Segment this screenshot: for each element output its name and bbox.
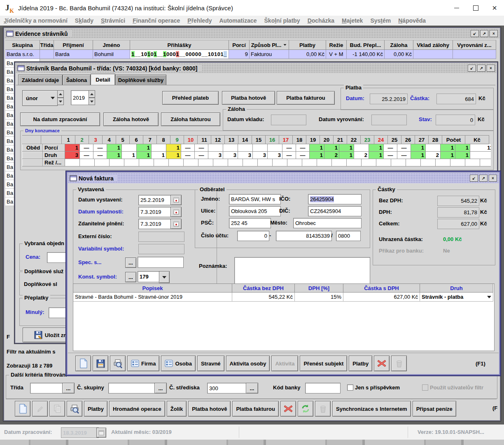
day-cell-porci-11[interactable]: [208, 144, 223, 152]
menu-item-3[interactable]: Strávníci: [97, 17, 129, 24]
menu-item-11[interactable]: Nápověda: [394, 17, 429, 24]
evidence-cell-platby[interactable]: 0,00 Kč: [289, 50, 326, 59]
ucet-banka-input[interactable]: 0800: [336, 231, 361, 241]
day-cell-porci-16[interactable]: —: [282, 144, 296, 152]
evidence-cell-zpusob[interactable]: Fakturou: [250, 50, 289, 59]
skupiny-picker-button[interactable]: ...: [154, 383, 167, 393]
day-cell-porci-2[interactable]: —: [80, 144, 93, 152]
delete-button[interactable]: [374, 356, 390, 371]
day-cell-rez-5[interactable]: [124, 159, 139, 166]
day-cell-druh-12[interactable]: 3: [223, 152, 238, 159]
day-cell-porci-28[interactable]: 1: [455, 144, 470, 152]
day-cell-porci-23[interactable]: —: [384, 144, 397, 152]
day-cell-druh-21[interactable]: 2: [354, 152, 369, 159]
day-cell-rez-7[interactable]: [154, 159, 169, 166]
day-cell-druh-1[interactable]: 3: [65, 152, 80, 159]
konst-symbol-picker-button[interactable]: ...: [125, 272, 136, 282]
column-header-rezie[interactable]: Režie: [326, 40, 347, 50]
synchronizace-button[interactable]: Synchronizace s Internetem: [332, 401, 411, 417]
day-cell-rez-9[interactable]: [184, 159, 198, 166]
datum-vystaveni-input[interactable]: 25.2.2019: [138, 195, 173, 205]
tab-sablona[interactable]: Šablona: [63, 75, 91, 86]
stravne-button[interactable]: Stravné: [197, 356, 224, 371]
spec-symbol-picker-button[interactable]: ...: [125, 258, 136, 268]
dic-input[interactable]: CZ26425904: [308, 206, 362, 216]
day-cell-druh-4[interactable]: 1: [107, 152, 122, 159]
menu-item-8[interactable]: Docházka: [304, 17, 338, 24]
day-cell-rez-21[interactable]: [362, 159, 376, 166]
day-cell-rez-16[interactable]: [287, 159, 302, 166]
new-button[interactable]: [15, 401, 30, 417]
day-cell-rez-3[interactable]: [95, 159, 110, 166]
menu-item-2[interactable]: Sklady: [71, 17, 97, 24]
day-cell-druh-5[interactable]: 1: [122, 152, 137, 159]
ucet-cislo-input[interactable]: 81435339: [276, 231, 332, 241]
day-cell-rez-4[interactable]: [110, 159, 124, 166]
day-cell-rez-22[interactable]: [376, 159, 391, 166]
prehled-plateb-button[interactable]: Přehled plateb: [162, 91, 219, 105]
day-cell-rez-1[interactable]: [65, 159, 80, 166]
menu-item-7[interactable]: Školní platby: [261, 17, 304, 24]
invoice-column-3[interactable]: DPH [%]: [295, 284, 343, 293]
column-header-vyrovnani[interactable]: Vyrovnání z...: [453, 40, 496, 50]
strediska-picker-button[interactable]: ...: [246, 383, 258, 393]
day-cell-rez-12[interactable]: [228, 159, 243, 166]
zdanitelne-plneni-input[interactable]: 7.3.2019: [138, 219, 173, 229]
close-icon[interactable]: ×: [490, 30, 498, 37]
evidence-cell-rezie[interactable]: V + M: [326, 50, 347, 59]
evidence-cell-skupina[interactable]: Barda s.r.o.: [5, 50, 40, 59]
day-cell-porci-7[interactable]: [152, 144, 166, 152]
day-cell-porci-27[interactable]: 1: [441, 144, 455, 152]
maximize-icon[interactable]: ↗: [479, 175, 488, 182]
datum-splatnosti-calendar-button[interactable]: [170, 207, 182, 217]
day-cell-porci-20[interactable]: 1: [339, 144, 354, 152]
evidence-cell-bud_prepl[interactable]: -1 140,00 Kč: [347, 50, 385, 59]
day-cell-druh-11[interactable]: 3: [208, 152, 223, 159]
menu-item-9[interactable]: Majetek: [338, 17, 366, 24]
menu-item-6[interactable]: Automatizace: [215, 17, 260, 24]
day-cell-druh-9[interactable]: —: [181, 152, 195, 159]
year-spinner[interactable]: [89, 90, 95, 105]
evidence-cell-vklad[interactable]: [413, 50, 453, 59]
day-cell-rez-10[interactable]: [198, 159, 213, 166]
day-cell-druh-27[interactable]: 1: [441, 152, 455, 159]
day-cell-druh-8[interactable]: 1: [166, 152, 181, 159]
column-header-prijmeni[interactable]: Přijmení: [54, 40, 93, 50]
day-cell-rez-20[interactable]: [347, 159, 362, 166]
tab-zakladni-udaje[interactable]: Základní údaje: [18, 75, 63, 86]
faktura-titlebar[interactable]: Nová faktura ↙ ↗ ×: [68, 173, 499, 183]
konst-symbol-input[interactable]: 179: [138, 271, 161, 282]
day-cell-druh-17[interactable]: —: [296, 152, 310, 159]
day-cell-rez-28[interactable]: [465, 159, 480, 166]
jmeno-input[interactable]: BARDA SW, HW s: [229, 194, 281, 204]
day-cell-rez-25[interactable]: [421, 159, 436, 166]
zaloha-hotove-button[interactable]: Záloha hotově: [103, 112, 159, 126]
platby-button[interactable]: Platby: [349, 356, 372, 371]
platby-button[interactable]: Platby: [84, 401, 107, 417]
hromadne-operace-button[interactable]: Hromadné operace: [109, 401, 165, 417]
mesto-input[interactable]: Ohrobec: [293, 218, 362, 228]
day-cell-druh-10[interactable]: —: [195, 152, 208, 159]
day-cell-porci-1[interactable]: 1: [65, 144, 80, 152]
maximize-icon[interactable]: ↗: [480, 30, 488, 37]
day-cell-rez-11[interactable]: [213, 159, 228, 166]
menu-item-1[interactable]: Jídelníčky a normování: [0, 17, 71, 24]
ico-input[interactable]: 26425904: [308, 194, 362, 204]
pripsat-penize-button[interactable]: Připsat peníze: [413, 401, 456, 417]
restore-icon[interactable]: ↙: [471, 30, 479, 37]
evidence-cell-jmeno[interactable]: Bohumil: [93, 50, 130, 59]
evidence-cell-prihlasky[interactable]: 1__10101__10001__00000__10101_: [130, 50, 229, 59]
poznamka-textarea[interactable]: [234, 257, 370, 285]
invoice-cell-popisek[interactable]: Stravné - Barda Bohumil - Stravné-únor 2…: [73, 293, 232, 302]
evidence-cell-trida[interactable]: [40, 50, 54, 59]
evidence-cell-porci[interactable]: 9: [229, 50, 250, 59]
day-cell-rez-14[interactable]: [258, 159, 273, 166]
zdanitelne-calendar-button[interactable]: [170, 219, 182, 229]
aktivita-osoby-button[interactable]: Aktivita osoby: [226, 356, 270, 371]
day-cell-porci-14[interactable]: [253, 144, 268, 152]
psc-input[interactable]: 252 45: [229, 218, 271, 228]
platba-fakturou-button[interactable]: Platba fakturou: [277, 91, 335, 105]
column-header-vklad[interactable]: Vklad zálohy: [413, 40, 453, 50]
invoice-column-5[interactable]: Druh: [420, 284, 493, 293]
column-header-skupina[interactable]: Skupina: [5, 40, 40, 50]
